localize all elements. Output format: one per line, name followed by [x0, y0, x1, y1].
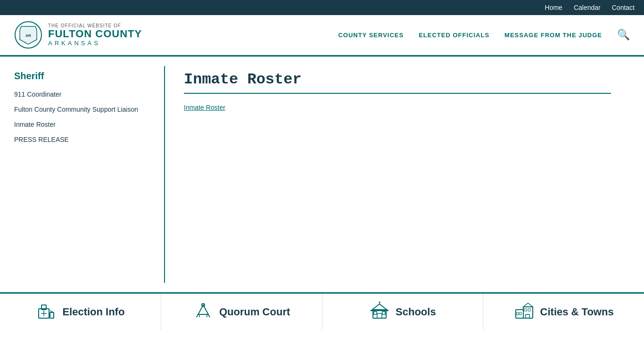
- footer-election-info-label: Election Info: [62, 306, 124, 318]
- logo-area: AR THE OFFICIAL WEBSITE OF FULTON COUNTY…: [14, 21, 142, 49]
- svg-rect-24: [524, 309, 527, 311]
- election-info-icon: [36, 300, 57, 324]
- header: AR THE OFFICIAL WEBSITE OF FULTON COUNTY…: [0, 15, 644, 55]
- quorum-court-icon: [193, 300, 214, 324]
- sidebar-links: 911 Coordinater Fulton County Community …: [14, 90, 155, 144]
- nav-county-services[interactable]: COUNTY SERVICES: [338, 32, 404, 39]
- inmate-roster-link[interactable]: Inmate Roster: [184, 104, 225, 111]
- footer-election-info[interactable]: Election Info: [0, 294, 161, 330]
- sidebar-item-liaison: Fulton County Community Support Liaison: [14, 105, 155, 114]
- main-content: Inmate Roster Inmate Roster: [165, 66, 630, 283]
- page-title: Inmate Roster: [184, 71, 611, 94]
- sidebar-title: Sheriff: [14, 71, 155, 82]
- sidebar-link-911[interactable]: 911 Coordinater: [14, 90, 61, 98]
- schools-icon: [369, 300, 390, 324]
- svg-rect-15: [374, 312, 377, 314]
- footer-schools-label: Schools: [396, 306, 436, 318]
- nav-message-judge[interactable]: MESSAGE FROM THE JUDGE: [504, 32, 602, 39]
- home-link[interactable]: Home: [545, 4, 562, 11]
- footer-cities-towns-label: Cities & Towns: [540, 306, 614, 318]
- svg-rect-16: [382, 312, 385, 314]
- svg-marker-21: [523, 303, 533, 307]
- main-nav: COUNTY SERVICES ELECTED OFFICIALS MESSAG…: [338, 29, 630, 41]
- contact-link[interactable]: Contact: [612, 4, 635, 11]
- sidebar-item-inmate-roster: Inmate Roster: [14, 120, 155, 129]
- logo-county-name: FULTON COUNTY: [48, 28, 142, 40]
- footer-nav: Election Info Quorum Court: [0, 292, 644, 330]
- logo-text: THE OFFICIAL WEBSITE OF FULTON COUNTY AR…: [48, 23, 142, 47]
- top-bar: Home Calendar Contact: [0, 0, 644, 15]
- sidebar-link-inmate-roster[interactable]: Inmate Roster: [14, 121, 56, 128]
- svg-rect-23: [520, 313, 521, 315]
- content-wrapper: Sheriff 911 Coordinater Fulton County Co…: [0, 57, 644, 292]
- svg-text:AR: AR: [25, 33, 31, 38]
- cities-towns-icon: [514, 300, 535, 324]
- svg-rect-26: [526, 314, 529, 318]
- footer-schools[interactable]: Schools: [322, 294, 484, 330]
- svg-rect-14: [377, 313, 382, 318]
- footer-cities-towns[interactable]: Cities & Towns: [483, 294, 644, 330]
- content-link-area: Inmate Roster: [184, 103, 611, 112]
- svg-rect-22: [517, 313, 519, 315]
- sidebar-item-911: 911 Coordinater: [14, 90, 155, 99]
- sidebar-link-press-release[interactable]: PRESS RELEASE: [14, 136, 69, 143]
- logo-state: ARKANSAS: [48, 40, 142, 47]
- svg-rect-25: [528, 309, 530, 311]
- search-button[interactable]: 🔍: [617, 29, 630, 41]
- sidebar-item-press-release: PRESS RELEASE: [14, 135, 155, 144]
- footer-quorum-court-label: Quorum Court: [219, 306, 290, 318]
- calendar-link[interactable]: Calendar: [574, 4, 601, 11]
- arkansas-logo-icon: AR: [14, 21, 42, 49]
- sidebar-link-liaison[interactable]: Fulton County Community Support Liaison: [14, 106, 138, 113]
- sidebar: Sheriff 911 Coordinater Fulton County Co…: [14, 66, 165, 283]
- nav-elected-officials[interactable]: ELECTED OFFICIALS: [419, 32, 489, 39]
- svg-rect-8: [50, 313, 54, 318]
- footer-quorum-court[interactable]: Quorum Court: [161, 294, 322, 330]
